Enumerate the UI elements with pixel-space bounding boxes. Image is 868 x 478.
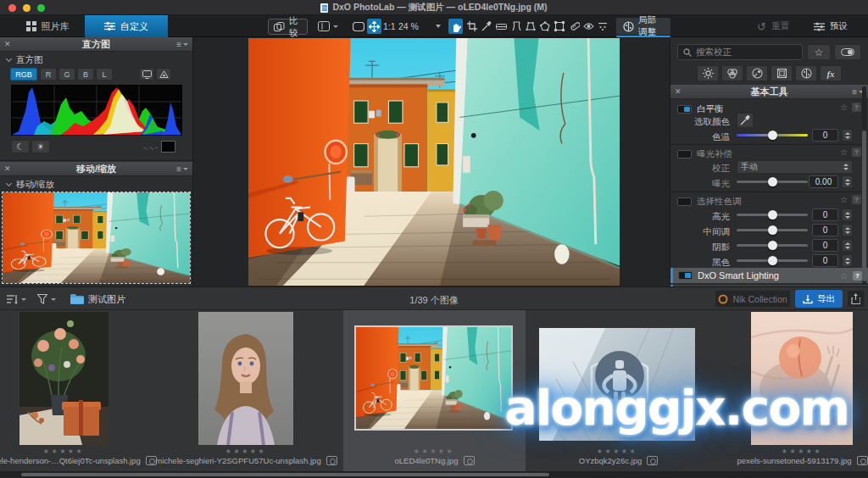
exposure-value[interactable]: 0.00 [809,175,838,188]
exposure-toggle[interactable] [677,150,692,158]
category-light-button[interactable] [697,65,719,81]
exposure-stepper[interactable] [842,175,853,188]
midtones-value[interactable]: 0 [812,224,838,236]
tab-photo-library[interactable]: 照片库 [10,15,85,37]
zoom-level-dropdown[interactable]: 24 % [398,19,441,34]
share-button[interactable] [847,290,865,308]
selective-tone-section[interactable]: 选择性色调 [670,195,868,208]
red-eye-tool-button[interactable] [581,19,595,34]
fit-screen-button[interactable] [351,19,366,34]
moire-tool-button[interactable] [596,19,609,34]
category-local-button[interactable] [795,65,817,81]
category-detail-button[interactable] [746,65,768,81]
rating-stars[interactable]: ★★★★★ [554,447,681,455]
active-corrections-toggle[interactable] [834,44,861,60]
exposure-slider[interactable] [737,176,808,187]
thumbnail-flowers[interactable] [19,312,108,445]
selective-tone-toggle[interactable] [677,197,692,206]
color-profile-button[interactable] [156,68,171,81]
slider-knob[interactable] [768,177,777,186]
channel-rgb-button[interactable]: RGB [10,68,37,81]
perspective-tool-button[interactable] [509,19,523,34]
blacks-stepper[interactable] [842,254,853,267]
help-icon[interactable]: ? [852,195,861,204]
white-balance-toggle[interactable] [677,105,692,114]
slider-knob[interactable] [768,131,777,140]
highlights-value[interactable]: 0 [812,208,838,221]
scrollbar-thumb[interactable] [862,131,866,281]
reset-button[interactable]: ↺ 重置 [757,19,789,34]
smart-lighting-header[interactable]: DxO Smart Lighting ☆ ? [670,268,868,283]
histogram-panel-header[interactable]: ✕ 直方图 ≡ [0,37,192,52]
hand-tool-button[interactable] [448,19,463,34]
channel-b-button[interactable]: B [77,68,94,81]
star-icon[interactable]: ☆ [840,103,848,112]
exposure-section[interactable]: 曝光补偿 [670,147,868,160]
channel-g-button[interactable]: G [58,68,75,81]
channel-l-button[interactable]: L [96,68,113,81]
pan-view-button[interactable] [367,19,381,34]
temperature-value[interactable]: 0 [812,129,838,142]
favorites-filter-button[interactable]: ☆ [807,44,831,60]
right-panel-scrollbar[interactable] [862,86,866,285]
histogram-section-row[interactable]: 直方图 [0,53,192,66]
temperature-slider[interactable] [737,130,808,141]
search-corrections-input[interactable]: 搜索校正 [677,44,803,60]
nik-collection-button[interactable]: Nik Collection [715,290,791,308]
star-icon[interactable]: ☆ [840,271,848,281]
shadow-clipping-button[interactable]: ☾ [11,140,30,153]
star-icon[interactable]: ☆ [840,195,848,204]
white-balance-picker-button[interactable] [480,19,493,34]
slider-knob[interactable] [768,256,777,265]
panel-menu-button[interactable]: ≡ [176,162,188,176]
shadows-value[interactable]: 0 [812,239,838,252]
blacks-slider[interactable] [737,255,808,266]
essential-tools-header[interactable]: ✕ 基本工具 ≡ [670,85,868,99]
mover-panel-header[interactable]: ✕ 移动/缩放 ≡ [0,162,192,176]
midtones-stepper[interactable] [842,224,853,236]
presets-button[interactable]: 预设 [814,19,848,34]
filmstrip-scrollbar[interactable] [0,471,868,478]
navigator-thumbnail[interactable] [3,192,190,283]
repair-tool-button[interactable] [567,19,581,34]
highlights-slider[interactable] [737,209,808,220]
panel-menu-button[interactable]: ≡ [176,37,188,52]
channel-r-button[interactable]: R [40,68,57,81]
rating-stars[interactable]: ★★★★★ [738,447,865,455]
white-balance-section[interactable]: 白平衡 [670,103,868,115]
blacks-value[interactable]: 0 [812,254,838,267]
keystone-tool-button[interactable] [524,19,537,34]
help-icon[interactable]: ? [853,271,862,281]
midtones-slider[interactable] [737,225,808,236]
rating-stars[interactable]: ★★★★★ [182,447,309,455]
slider-knob[interactable] [768,241,777,250]
local-adjustments-button[interactable]: 局部调整 [616,18,670,35]
export-button[interactable]: 导出 [795,290,843,308]
highlight-clipping-button[interactable]: ☀ [31,140,50,153]
highlights-stepper[interactable] [842,208,853,221]
crop-tool-button[interactable] [465,19,479,34]
category-color-button[interactable] [721,65,743,81]
slider-knob[interactable] [768,210,777,220]
help-icon[interactable]: ? [852,103,861,112]
category-effects-button[interactable]: fx [820,65,842,81]
star-icon[interactable]: ☆ [840,147,848,157]
help-icon[interactable]: ? [852,147,861,157]
polygon-tool-button[interactable] [538,19,552,34]
horizon-tool-button[interactable] [494,19,508,34]
compare-button[interactable]: 比较 [268,19,308,35]
pick-color-button[interactable] [737,113,754,128]
split-view-button[interactable] [318,19,338,34]
rating-stars[interactable]: ★★★★★ [0,447,127,455]
thumbnail-portrait[interactable] [198,312,293,445]
monitor-clipping-button[interactable] [139,68,154,81]
rating-stars[interactable]: ★★★★★ [370,447,498,455]
tab-customize[interactable]: 自定义 [85,15,168,37]
correction-dropdown[interactable]: 手动 [737,160,853,174]
slider-knob[interactable] [768,225,777,235]
temperature-stepper[interactable] [842,129,853,142]
category-geometry-button[interactable] [771,65,793,81]
shadows-slider[interactable] [737,240,808,251]
reshape-tool-button[interactable] [553,19,566,34]
zoom-1to1-button[interactable]: 1:1 [383,19,396,34]
